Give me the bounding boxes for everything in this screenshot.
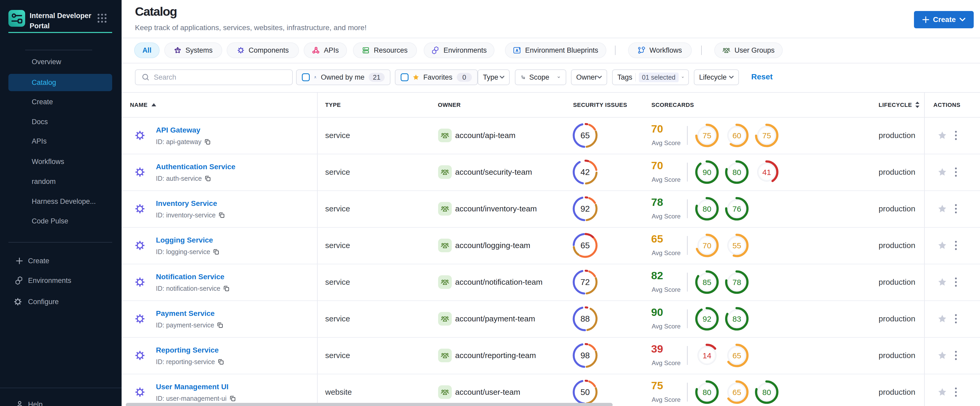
svg-text:83: 83	[732, 315, 741, 323]
svg-text:70: 70	[703, 241, 711, 250]
svg-text:42: 42	[581, 167, 590, 177]
svg-text:98: 98	[581, 351, 590, 360]
svg-text:80: 80	[703, 205, 711, 213]
svg-text:80: 80	[762, 388, 771, 396]
svg-text:80: 80	[703, 388, 711, 396]
svg-text:80: 80	[732, 168, 741, 176]
svg-text:92: 92	[703, 315, 711, 323]
svg-text:60: 60	[732, 131, 741, 140]
svg-text:65: 65	[732, 388, 741, 396]
svg-text:65: 65	[581, 131, 590, 140]
svg-text:72: 72	[581, 278, 590, 287]
svg-text:75: 75	[762, 131, 771, 140]
svg-text:65: 65	[581, 241, 590, 250]
svg-text:90: 90	[703, 168, 711, 176]
svg-text:78: 78	[732, 278, 741, 287]
svg-text:92: 92	[581, 204, 590, 214]
svg-text:76: 76	[732, 205, 741, 213]
svg-text:55: 55	[732, 241, 741, 250]
svg-text:14: 14	[703, 351, 711, 360]
svg-text:50: 50	[581, 387, 590, 397]
svg-text:65: 65	[732, 351, 741, 360]
svg-text:75: 75	[703, 131, 711, 140]
svg-text:85: 85	[703, 278, 711, 287]
svg-text:88: 88	[581, 314, 590, 324]
svg-text:41: 41	[762, 168, 771, 176]
